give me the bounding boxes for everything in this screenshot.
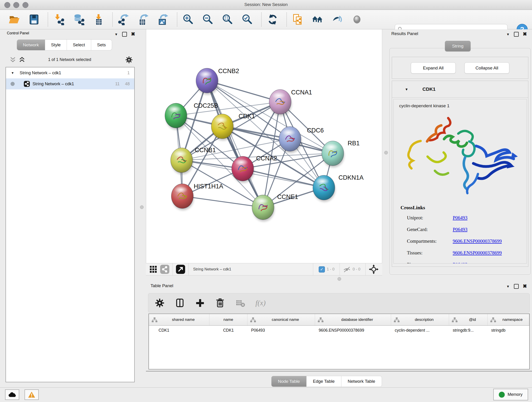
collapse-all-button[interactable]: Collapse All (464, 62, 509, 74)
table-cell[interactable]: CDK1 (149, 328, 209, 333)
create-column-button[interactable] (195, 298, 205, 308)
table-cell[interactable]: 9606.ENSP00000378699 (315, 328, 391, 333)
panel-close-button[interactable]: ✖ (523, 283, 527, 289)
network-edge[interactable] (182, 196, 263, 207)
import-network-icon (53, 14, 65, 25)
gene-section-header[interactable]: ▼ CDK1 (392, 81, 528, 98)
memory-button[interactable]: Memory (493, 389, 528, 400)
tab-string[interactable]: String (445, 41, 471, 51)
import-network-database-button[interactable] (72, 13, 85, 26)
column-header-shared-name[interactable]: shared name (149, 314, 209, 325)
panel-menu-icon[interactable]: ▼ (506, 32, 510, 36)
panel-menu-icon[interactable]: ▼ (506, 284, 510, 288)
tab-style[interactable]: Style (45, 39, 67, 51)
crosslink-link[interactable]: P06493 (453, 212, 467, 224)
network-canvas[interactable]: CCNB2CCNA1CDC25BCDK1CDC6RB1CCNB1CCNA2CDK… (146, 29, 382, 263)
tab-sets[interactable]: Sets (91, 39, 112, 51)
network-edge[interactable] (243, 169, 324, 188)
table-cell[interactable]: CDK1 (209, 328, 247, 333)
left-splitter-handle[interactable] (140, 205, 144, 209)
open-in-window-button[interactable] (176, 265, 185, 274)
toolbar-separator (340, 263, 340, 275)
table-cell[interactable]: stringdb (488, 328, 529, 333)
tab-node-table[interactable]: Node Table (271, 376, 307, 387)
network-node-ccna1[interactable] (269, 89, 292, 116)
grid-view-icon[interactable] (150, 266, 157, 273)
zoom-fit-button[interactable] (221, 13, 234, 26)
crosslink-link[interactable]: 9606.ENSP00000378699 (453, 235, 502, 247)
panel-float-button[interactable] (514, 32, 519, 37)
cloud-button[interactable] (5, 389, 19, 400)
network-node-hist1h1a[interactable] (171, 184, 194, 211)
table-row[interactable]: CDK1CDK1P064939606.ENSP00000378699cyclin… (149, 326, 529, 335)
network-collection-row[interactable]: ▼ String Network – cdk1 1 (6, 67, 134, 78)
network-node-count: 11 (109, 81, 120, 86)
export-table-button[interactable] (137, 13, 150, 26)
crosslink-link[interactable]: P06493 (453, 224, 467, 235)
tab-select[interactable]: Select (67, 39, 91, 51)
network-from-file-button[interactable] (291, 13, 304, 26)
warning-button[interactable] (25, 389, 39, 400)
network-node-cdc6[interactable] (279, 127, 302, 153)
import-network-file-button[interactable] (53, 13, 65, 26)
hierarchy-icon (318, 317, 323, 322)
network-node-ccnb2[interactable] (196, 68, 219, 95)
show-all-networks-button[interactable] (311, 13, 324, 26)
column-header-canonical-name[interactable]: canonical name (247, 314, 315, 325)
tab-network[interactable]: Network (17, 39, 45, 51)
column-header-name[interactable]: name (209, 314, 247, 325)
fit-content-crosshair-icon[interactable] (369, 264, 379, 274)
panel-close-button[interactable]: ✖ (523, 31, 527, 37)
selected-checkbox[interactable]: ✓ (319, 266, 325, 273)
table-cell[interactable]: cyclin-dependent ... (391, 328, 449, 333)
panel-float-button[interactable] (122, 32, 127, 37)
network-node-ccna2[interactable] (232, 156, 254, 183)
network-node-ccne1[interactable] (252, 195, 274, 222)
network-overview-button[interactable] (160, 265, 169, 274)
network-row[interactable]: String Network – cdk1 11 48 (6, 78, 134, 89)
expand-all-button[interactable]: Expand All (411, 62, 456, 74)
tab-network-table[interactable]: Network Table (341, 376, 382, 387)
network-node-cdc25b[interactable] (165, 103, 187, 130)
crosslink-link[interactable]: P06493 (453, 259, 467, 264)
gear-icon[interactable] (125, 56, 133, 64)
zoom-out-button[interactable] (202, 13, 215, 26)
panel-close-button[interactable]: ✖ (131, 31, 135, 37)
horizontal-splitter-handle[interactable] (337, 277, 341, 281)
table-cell[interactable]: P06493 (247, 328, 315, 333)
section-expander-icon[interactable]: ▼ (405, 87, 408, 91)
column-header-description[interactable]: description (391, 314, 449, 325)
column-header-namespace[interactable]: namespace (488, 314, 529, 325)
hide-show-panel-button[interactable] (331, 13, 344, 26)
show-column-button[interactable] (175, 298, 185, 308)
right-splitter-handle[interactable] (384, 151, 388, 154)
panel-float-button[interactable] (514, 284, 519, 289)
save-session-button[interactable] (27, 13, 40, 26)
apply-layout-button[interactable] (266, 13, 279, 26)
open-session-button[interactable] (8, 13, 21, 26)
table-cell[interactable]: stringdb:9... (449, 328, 488, 333)
crosslink-row: Tissues:9606.ENSP00000378699 (407, 247, 526, 259)
network-node-cdk1[interactable] (211, 114, 234, 140)
delete-column-button[interactable] (215, 298, 225, 308)
tab-edge-table[interactable]: Edge Table (307, 376, 341, 387)
column-header--id[interactable]: @id (449, 314, 488, 325)
network-node-cdkn1a[interactable] (313, 175, 336, 202)
import-table-button[interactable] (92, 13, 105, 26)
crosslink-link[interactable]: 9606.ENSP00000378699 (453, 247, 502, 259)
collection-expander-icon[interactable]: ▼ (11, 71, 14, 75)
inactive-eye-button[interactable] (351, 13, 363, 26)
network-node-ccnb1[interactable] (171, 148, 193, 174)
panel-menu-icon[interactable]: ▼ (114, 32, 118, 36)
export-network-button[interactable] (117, 13, 130, 26)
hidden-eye-icon[interactable] (343, 266, 351, 273)
table-settings-button[interactable] (155, 298, 165, 308)
horizontal-splitter[interactable] (146, 275, 532, 282)
network-graph[interactable]: CCNB2CCNA1CDC25BCDK1CDC6RB1CCNB1CCNA2CDK… (146, 29, 382, 263)
column-header-database-identifier[interactable]: database identifier (315, 314, 391, 325)
export-image-button[interactable] (157, 13, 170, 26)
gene-description: cyclin-dependent kinase 1 (394, 99, 526, 108)
network-node-rb1[interactable] (322, 141, 344, 167)
zoom-in-button[interactable] (182, 13, 195, 26)
zoom-selected-button[interactable] (241, 13, 254, 26)
